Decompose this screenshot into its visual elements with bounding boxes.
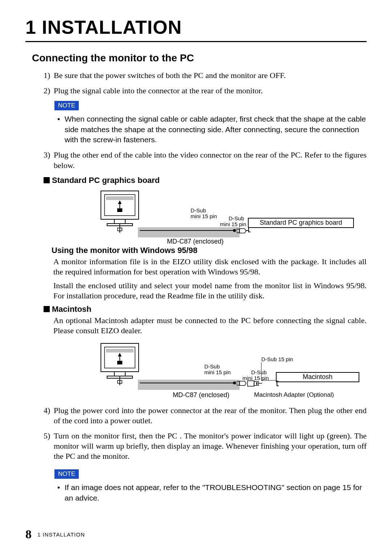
step-number: 5) (44, 431, 54, 461)
svg-rect-2 (106, 196, 134, 200)
svg-marker-6 (118, 200, 122, 204)
diagram-macintosh: Macintosh D-Sub 15 pin D-Sub mini 15 pin… (94, 340, 367, 403)
step-number: 4) (44, 405, 54, 426)
svg-rect-10 (237, 229, 240, 233)
step-text: Plug the other end of the cable into the… (54, 150, 367, 170)
svg-marker-11 (240, 229, 246, 233)
svg-rect-22 (237, 381, 240, 385)
step-text: Plug the power cord into the power conne… (54, 405, 367, 426)
step-3: 3) Plug the other end of the cable into … (44, 150, 367, 170)
paragraph: Install the enclosed utility and select … (53, 281, 367, 301)
cable-line (140, 230, 234, 231)
note-block-2: NOTE • If an image does not appear, refe… (54, 469, 367, 503)
note-text: When connecting the signal cable or cabl… (65, 114, 367, 145)
step-number: 2) (44, 86, 54, 96)
step-1: 1) Be sure that the power switches of bo… (44, 70, 367, 81)
dsub-label-1a: D-Sub (191, 208, 206, 214)
dsub-label-1b: mini 15 pin (204, 370, 231, 376)
step-text: Plug the signal cable into the connector… (54, 86, 367, 96)
bracket-icon (277, 381, 279, 386)
bullet-icon: • (57, 482, 65, 503)
note-text: If an image does not appear, refer to th… (65, 482, 367, 503)
connector-icon (237, 228, 248, 234)
step-text: Be sure that the power switches of both … (54, 70, 367, 81)
subheading-text: Standard PC graphics board (52, 176, 160, 185)
dsub-label-2a: D-Sub (251, 370, 267, 376)
dsub-label-2a: D-Sub (229, 216, 244, 222)
svg-rect-27 (256, 382, 257, 385)
footer-section: 1 INSTALLATION (37, 531, 85, 538)
footer: 8 1 INSTALLATION (25, 527, 85, 541)
step-5: 5) Turn on the monitor first, then the P… (44, 431, 367, 461)
subheading-text: Macintosh (52, 305, 91, 314)
monitor-icon (94, 187, 145, 234)
dsub-label-2b: mini 15 pin (220, 221, 246, 228)
dsub-label-1a: D-Sub (204, 364, 220, 370)
square-bullet-icon (44, 306, 50, 312)
svg-rect-19 (117, 361, 122, 364)
monitor-icon (94, 340, 145, 387)
note-item: • If an image does not appear, refer to … (57, 482, 367, 503)
dsub-label-1b: mini 15 pin (191, 213, 217, 220)
section-heading: Connecting the monitor to the PC (32, 52, 367, 64)
mac-adapter-label: Macintosh Adapter (Optional) (254, 391, 334, 399)
pc-box-label: Standard PC graphics board (248, 218, 354, 228)
mac-box-label: Macintosh (276, 372, 359, 382)
square-bullet-icon (44, 177, 50, 183)
dsub-label-2b: mini 15 pin (242, 375, 269, 381)
svg-rect-24 (248, 381, 254, 386)
note-block-1: NOTE • When connecting the signal cable … (54, 101, 367, 145)
mdc-label: MD-C87 (enclosed) (167, 238, 224, 245)
paragraph: An optional Macintosh adapter must be co… (53, 315, 367, 336)
page-number: 8 (25, 527, 32, 541)
step-number: 1) (44, 70, 54, 81)
bracket-icon (248, 227, 250, 232)
step-text: Turn on the monitor first, then the PC .… (54, 431, 367, 461)
cable-band (138, 380, 240, 390)
cable-line (140, 383, 234, 383)
diagram-standard-pc: Standard PC graphics board D-Sub mini 15… (94, 187, 367, 244)
paragraph: A monitor information file is in the EIZ… (53, 257, 367, 277)
svg-rect-7 (117, 208, 122, 212)
svg-rect-14 (106, 349, 134, 352)
svg-marker-23 (240, 381, 246, 385)
step-4: 4) Plug the power cord into the power co… (44, 405, 367, 426)
note-item: • When connecting the signal cable or ca… (57, 114, 367, 145)
subheading-standard-pc: Standard PC graphics board (44, 176, 367, 185)
bullet-icon: • (57, 114, 65, 145)
subheading-macintosh: Macintosh (44, 305, 367, 314)
cable-plug (233, 229, 236, 232)
chapter-title: 1 INSTALLATION (25, 16, 367, 42)
cable-plug (233, 381, 236, 384)
svg-rect-15 (114, 372, 125, 376)
note-label: NOTE (54, 101, 79, 110)
step-2: 2) Plug the signal cable into the connec… (44, 86, 367, 96)
svg-marker-18 (118, 353, 122, 356)
svg-rect-3 (114, 219, 125, 224)
step-number: 3) (44, 150, 54, 170)
subheading-windows: Using the monitor with Windows 95/98 (52, 246, 367, 255)
mdc-label: MD-C87 (enclosed) (173, 391, 229, 399)
cable-band (138, 227, 240, 237)
note-label: NOTE (54, 469, 79, 479)
